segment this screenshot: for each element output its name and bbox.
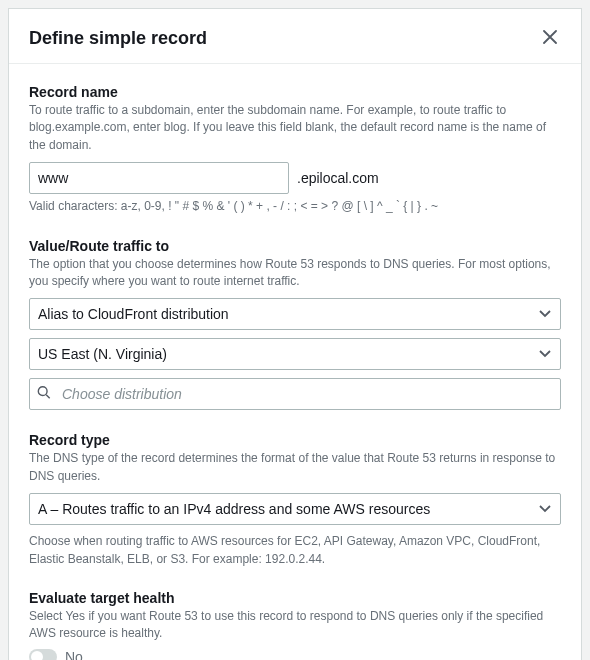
route-traffic-label: Value/Route traffic to	[29, 238, 561, 254]
modal-header: Define simple record	[9, 9, 581, 64]
record-name-suffix: .epilocal.com	[297, 170, 379, 186]
evaluate-health-hint: Select Yes if you want Route 53 to use t…	[29, 608, 561, 643]
route-traffic-hint: The option that you choose determines ho…	[29, 256, 561, 291]
evaluate-health-section: Evaluate target health Select Yes if you…	[29, 590, 561, 660]
route-traffic-section: Value/Route traffic to The option that y…	[29, 238, 561, 411]
record-name-valid-chars: Valid characters: a-z, 0-9, ! " # $ % & …	[29, 198, 561, 215]
record-type-hint: The DNS type of the record determines th…	[29, 450, 561, 485]
define-simple-record-modal: Define simple record Record name To rout…	[8, 8, 582, 660]
region-value: US East (N. Virginia)	[38, 346, 167, 362]
region-select[interactable]: US East (N. Virginia)	[29, 338, 561, 370]
record-type-select[interactable]: A – Routes traffic to an IPv4 address an…	[29, 493, 561, 525]
evaluate-health-toggle-label: No	[65, 649, 83, 660]
record-name-row: .epilocal.com	[29, 162, 561, 194]
record-name-label: Record name	[29, 84, 561, 100]
record-type-value: A – Routes traffic to an IPv4 address an…	[38, 501, 430, 517]
record-type-select-wrap: A – Routes traffic to an IPv4 address an…	[29, 493, 561, 525]
svg-point-0	[38, 387, 47, 396]
distribution-search-input[interactable]	[29, 378, 561, 410]
alias-target-select[interactable]: Alias to CloudFront distribution	[29, 298, 561, 330]
record-type-hint-below: Choose when routing traffic to AWS resou…	[29, 533, 561, 568]
record-name-section: Record name To route traffic to a subdom…	[29, 84, 561, 216]
svg-line-1	[46, 395, 50, 399]
record-name-hint: To route traffic to a subdomain, enter t…	[29, 102, 561, 154]
record-name-input[interactable]	[29, 162, 289, 194]
alias-target-value: Alias to CloudFront distribution	[38, 306, 229, 322]
modal-title: Define simple record	[29, 28, 207, 49]
search-icon	[37, 386, 51, 403]
alias-select-wrap: Alias to CloudFront distribution	[29, 298, 561, 330]
evaluate-health-toggle-row: No	[29, 649, 561, 660]
close-icon[interactable]	[539, 25, 561, 51]
modal-body: Record name To route traffic to a subdom…	[9, 64, 581, 660]
region-select-wrap: US East (N. Virginia)	[29, 338, 561, 370]
evaluate-health-label: Evaluate target health	[29, 590, 561, 606]
evaluate-health-toggle[interactable]	[29, 649, 57, 660]
record-type-label: Record type	[29, 432, 561, 448]
distribution-search-wrap	[29, 378, 561, 410]
record-type-section: Record type The DNS type of the record d…	[29, 432, 561, 568]
